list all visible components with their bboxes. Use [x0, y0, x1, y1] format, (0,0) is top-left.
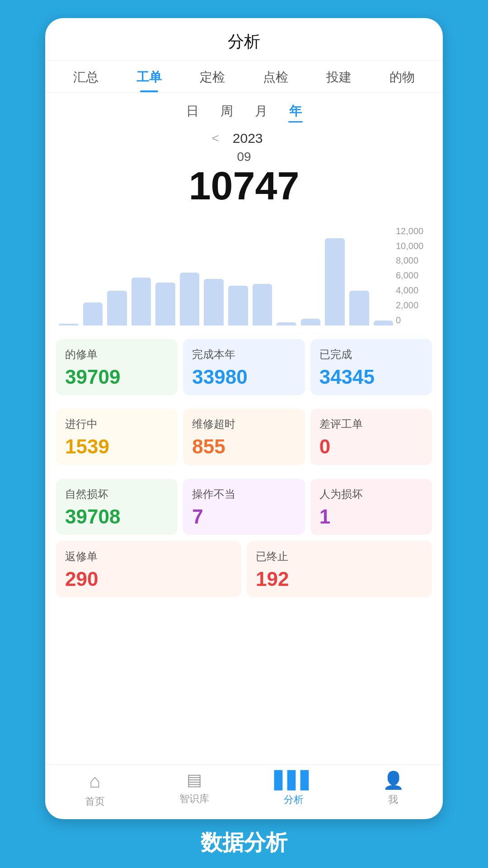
bar-col: [131, 226, 151, 326]
stat-label-completed: 已完成: [319, 347, 423, 362]
period-filter: 日 周 月 年: [45, 93, 443, 127]
chart-bar: [204, 279, 224, 326]
period-week[interactable]: 周: [221, 103, 233, 123]
chart-bar: [325, 238, 345, 326]
year-label: 2023: [233, 131, 263, 146]
chart-bars-container: [59, 226, 393, 326]
analytics-icon: ▋▋▋: [274, 770, 314, 790]
y-axis-label: 2,000: [396, 300, 429, 311]
stat-label-intentional: 人为损坏: [319, 487, 423, 501]
tab-workorder[interactable]: 工单: [117, 61, 181, 92]
chart-bar: [155, 283, 175, 326]
month-label: 09: [45, 150, 443, 164]
stat-label-in-progress: 进行中: [65, 417, 169, 431]
period-year[interactable]: 年: [289, 103, 302, 123]
tab-scheduled[interactable]: 定检: [181, 61, 244, 92]
y-axis-label: 8,000: [396, 255, 429, 266]
year-navigation: < 2023: [45, 127, 443, 147]
stat-value-in-progress: 1539: [65, 436, 169, 458]
stat-card-overdue[interactable]: 维修超时 855: [183, 409, 305, 465]
knowledge-icon: ▤: [187, 770, 202, 789]
chart-bar: [59, 324, 79, 326]
stat-label-repair: 的修单: [65, 347, 169, 362]
bar-col: [59, 226, 79, 326]
nav-label-analytics: 分析: [284, 793, 304, 807]
bar-col: [107, 226, 127, 326]
y-axis-label: 0: [396, 315, 429, 326]
nav-label-me: 我: [388, 793, 398, 807]
stat-value-intentional: 1: [319, 506, 423, 528]
stat-label-overdue: 维修超时: [192, 417, 296, 431]
count-section: 09 10747: [45, 147, 443, 208]
stat-value-repair: 39709: [65, 366, 169, 388]
bar-col: [301, 226, 321, 326]
stat-value-returned: 290: [65, 568, 232, 590]
chart-bar: [83, 302, 103, 326]
stat-card-intentional[interactable]: 人为损坏 1: [310, 479, 432, 535]
bar-col: [325, 226, 345, 326]
tab-bar: 汇总 工单 定检 点检 投建 的物: [45, 61, 443, 93]
chart-bar: [131, 278, 151, 326]
period-month[interactable]: 月: [255, 103, 267, 123]
stat-card-natural[interactable]: 自然损坏 39708: [56, 479, 178, 535]
stat-label-terminated: 已终止: [256, 549, 423, 564]
stats-row-2: 进行中 1539 维修超时 855 差评工单 0: [45, 401, 443, 465]
stats-row-3: 自然损坏 39708 操作不当 7 人为损坏 1: [45, 472, 443, 535]
tab-items[interactable]: 的物: [371, 61, 434, 92]
bar-col: [155, 226, 175, 326]
stat-card-repair[interactable]: 的修单 39709: [56, 339, 178, 395]
stat-value-completed-year: 33980: [192, 366, 296, 388]
bar-chart: 12,00010,0008,0006,0004,0002,0000: [45, 208, 443, 326]
bar-col: [83, 226, 103, 326]
stat-label-bad-review: 差评工单: [319, 417, 423, 431]
tab-summary[interactable]: 汇总: [54, 61, 117, 92]
phone-frame: 分析 汇总 工单 定检 点检 投建 的物 日 周 月 年 < 2023 09 1…: [45, 18, 443, 819]
stat-card-returned[interactable]: 返修单 290: [56, 541, 241, 597]
stats-row-4: 返修单 290 已终止 192: [45, 541, 443, 597]
nav-me[interactable]: 👤 我: [343, 770, 443, 808]
bar-col: [374, 226, 394, 326]
bottom-banner: 数据分析: [0, 819, 488, 868]
stat-value-completed: 34345: [319, 366, 423, 388]
y-axis-label: 10,000: [396, 241, 429, 251]
nav-label-knowledge: 智识库: [179, 792, 209, 806]
bar-col: [349, 226, 369, 326]
stat-value-bad-review: 0: [319, 436, 423, 458]
bar-col: [277, 226, 296, 326]
bottom-navigation: ⌂ 首页 ▤ 智识库 ▋▋▋ 分析 👤 我: [45, 764, 443, 819]
chart-bar: [349, 291, 369, 326]
nav-knowledge[interactable]: ▤ 智识库: [145, 770, 244, 808]
bar-col: [228, 226, 248, 326]
bar-col: [204, 226, 224, 326]
bar-col: [253, 226, 272, 326]
stats-row-1: 的修单 39709 完成本年 33980 已完成 34345: [45, 332, 443, 395]
stat-label-returned: 返修单: [65, 549, 232, 564]
stat-card-completed[interactable]: 已完成 34345: [310, 339, 432, 395]
chart-bar: [253, 284, 272, 326]
stat-card-completed-year[interactable]: 完成本年 33980: [183, 339, 305, 395]
stat-card-misuse[interactable]: 操作不当 7: [183, 479, 305, 535]
y-axis-label: 6,000: [396, 270, 429, 281]
stat-card-in-progress[interactable]: 进行中 1539: [56, 409, 178, 465]
chart-bar: [228, 286, 248, 326]
nav-analytics[interactable]: ▋▋▋ 分析: [244, 770, 343, 808]
y-axis-label: 4,000: [396, 285, 429, 296]
chart-bar: [180, 273, 200, 326]
y-axis: 12,00010,0008,0006,0004,0002,0000: [393, 226, 429, 326]
stat-value-natural: 39708: [65, 506, 169, 528]
stat-card-terminated[interactable]: 已终止 192: [247, 541, 432, 597]
page-title: 分析: [45, 18, 443, 61]
stat-card-bad-review[interactable]: 差评工单 0: [310, 409, 432, 465]
nav-home[interactable]: ⌂ 首页: [45, 770, 145, 808]
stat-value-overdue: 855: [192, 436, 296, 458]
chart-bar: [301, 319, 321, 326]
tab-inspection[interactable]: 点检: [244, 61, 307, 92]
tab-investment[interactable]: 投建: [307, 61, 371, 92]
period-day[interactable]: 日: [186, 103, 199, 123]
home-icon: ⌂: [89, 770, 100, 792]
stat-label-natural: 自然损坏: [65, 487, 169, 501]
stat-label-completed-year: 完成本年: [192, 347, 296, 362]
prev-year-button[interactable]: <: [207, 131, 223, 146]
bar-col: [180, 226, 200, 326]
chart-bar: [107, 291, 127, 326]
